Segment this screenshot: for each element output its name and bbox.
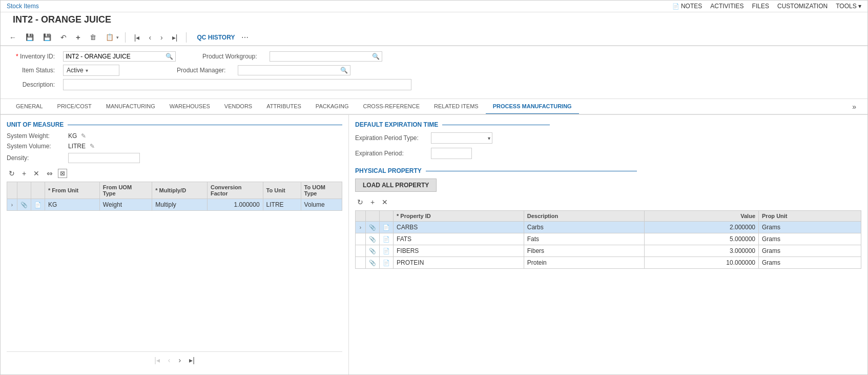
prop-expand-cell[interactable]: [356, 233, 366, 245]
tab-more-icon[interactable]: »: [849, 101, 859, 113]
property-table-row[interactable]: 📎 📄 FIBERS Fibers 3.000000 Grams: [356, 245, 861, 257]
description-input[interactable]: ORANGE JUICE: [63, 79, 411, 90]
inventory-id-search-btn[interactable]: 🔍: [163, 52, 175, 61]
tab-price-cost[interactable]: PRICE/COST: [50, 99, 99, 115]
product-workgroup-search-btn[interactable]: 🔍: [370, 52, 382, 61]
tab-cross-reference[interactable]: CROSS-REFERENCE: [356, 99, 427, 115]
prop-col-expand: [356, 211, 366, 222]
to-uom-type-cell: Volume: [301, 199, 342, 211]
prop-refresh-btn[interactable]: ↻: [355, 197, 365, 207]
item-status-dropdown[interactable]: Active ▾: [63, 65, 119, 76]
copy-split-button[interactable]: 📋 ▾: [103, 32, 119, 43]
qc-history-label[interactable]: QC HISTORY: [197, 34, 235, 41]
prop-expand-cell[interactable]: ›: [356, 222, 366, 233]
save-small-button[interactable]: 💾: [23, 32, 36, 43]
property-table-row[interactable]: › 📎 📄 CARBS Carbs 2.000000 Grams: [356, 222, 861, 233]
breadcrumb[interactable]: Stock Items: [7, 3, 39, 10]
last-button[interactable]: ▸|: [170, 32, 180, 43]
system-weight-value: KG: [68, 132, 77, 140]
expand-icon: ›: [11, 202, 13, 208]
uom-delete-btn[interactable]: ✕: [31, 168, 42, 179]
prop-value-cell: 10.000000: [644, 257, 758, 269]
exp-period-input[interactable]: 0: [431, 148, 472, 159]
product-workgroup-field[interactable]: 🔍: [270, 51, 382, 62]
uom-last-btn[interactable]: ▸|: [187, 355, 197, 365]
undo-button[interactable]: ↶: [58, 32, 69, 43]
inventory-id-field[interactable]: 🔍: [63, 51, 176, 62]
prop-col-attach: [366, 211, 380, 222]
next-button[interactable]: ›: [158, 32, 166, 43]
prop-desc-cell: Carbs: [524, 222, 644, 233]
property-table-row[interactable]: 📎 📄 FATS Fats 5.000000 Grams: [356, 233, 861, 245]
system-volume-edit-icon[interactable]: ✎: [90, 143, 95, 150]
prop-col-prop-unit[interactable]: Prop Unit: [759, 211, 861, 222]
prop-expand-cell[interactable]: [356, 245, 366, 257]
uom-refresh-btn[interactable]: ↻: [7, 168, 17, 179]
product-manager-field[interactable]: 🔍: [238, 65, 350, 75]
prop-col-property-id[interactable]: * Property ID: [394, 211, 524, 222]
prop-delete-btn[interactable]: ✕: [380, 197, 390, 207]
expand-cell[interactable]: ›: [7, 199, 17, 211]
prop-col-value[interactable]: Value: [644, 211, 758, 222]
notes-nav[interactable]: 📄 NOTES: [672, 3, 702, 10]
tab-general[interactable]: GENERAL: [9, 99, 50, 115]
from-unit-cell: KG: [45, 199, 100, 211]
copy-button[interactable]: 📋: [103, 32, 116, 43]
uom-add-btn[interactable]: +: [20, 168, 28, 179]
prop-expand-cell[interactable]: [356, 257, 366, 269]
first-button[interactable]: |◂: [132, 32, 142, 43]
files-nav[interactable]: FILES: [752, 3, 769, 10]
copy-arrow: ▾: [116, 35, 119, 40]
exp-period-type-select-wrap[interactable]: [431, 132, 492, 144]
product-manager-input[interactable]: [238, 66, 338, 75]
tab-warehouses[interactable]: WAREHOUSES: [162, 99, 217, 115]
col-conversion-factor[interactable]: ConversionFactor: [207, 182, 263, 199]
col-from-uom-type[interactable]: From UOMType: [99, 182, 152, 199]
inventory-id-input[interactable]: [64, 52, 163, 61]
uom-fit-btn[interactable]: ⇔: [45, 168, 55, 179]
add-button[interactable]: +: [73, 31, 83, 43]
save-button[interactable]: 💾: [40, 32, 54, 43]
prop-attach-cell: 📎: [366, 257, 380, 269]
tab-vendors[interactable]: VENDORS: [217, 99, 259, 115]
tabs-bar: GENERAL PRICE/COST MANUFACTURING WAREHOU…: [1, 99, 867, 115]
back-button[interactable]: ←: [7, 32, 19, 43]
toolbar-divider-2: [186, 32, 187, 43]
col-from-unit[interactable]: * From Unit: [45, 182, 100, 199]
col-to-uom-type[interactable]: To UOMType: [301, 182, 342, 199]
uom-export-btn[interactable]: ⊠: [58, 169, 67, 178]
tab-process-manufacturing[interactable]: PROCESS MANUFACTURING: [486, 99, 579, 115]
notes-icon: 📄: [672, 3, 679, 9]
product-manager-search-btn[interactable]: 🔍: [338, 66, 350, 75]
uom-prev-btn[interactable]: ‹: [166, 355, 173, 365]
delete-button[interactable]: 🗑: [87, 32, 99, 43]
density-label: Density:: [7, 154, 68, 162]
uom-next-btn[interactable]: ›: [177, 355, 183, 365]
prev-button[interactable]: ‹: [146, 32, 154, 43]
tab-manufacturing[interactable]: MANUFACTURING: [99, 99, 162, 115]
exp-period-label: Expiration Period:: [355, 150, 427, 157]
prop-doc-cell: 📄: [380, 245, 394, 257]
col-to-unit[interactable]: To Unit: [263, 182, 301, 199]
system-weight-edit-icon[interactable]: ✎: [81, 132, 86, 140]
prop-add-btn[interactable]: +: [368, 197, 377, 207]
customization-nav[interactable]: CUSTOMIZATION: [777, 3, 828, 10]
exp-period-type-select[interactable]: [431, 132, 492, 144]
tab-attributes[interactable]: ATTRIBUTES: [259, 99, 308, 115]
activities-nav[interactable]: ACTIVITIES: [710, 3, 743, 10]
product-workgroup-input[interactable]: [270, 52, 370, 61]
prop-col-description[interactable]: Description: [524, 211, 644, 222]
tab-packaging[interactable]: PACKAGING: [308, 99, 356, 115]
product-workgroup-label: Product Workgroup:: [202, 53, 257, 60]
uom-first-btn[interactable]: |◂: [152, 355, 162, 365]
tools-nav[interactable]: TOOLS ▾: [836, 3, 861, 10]
table-row[interactable]: › 📎 📄 KG Weight Multiply 1.000000 LITRE …: [7, 199, 342, 211]
col-multiply-d[interactable]: * Multiply/D: [152, 182, 208, 199]
property-table-row[interactable]: 📎 📄 PROTEIN Protein 10.000000 Grams: [356, 257, 861, 269]
prop-value-cell: 2.000000: [644, 222, 758, 233]
density-input[interactable]: 1.000000000: [68, 153, 140, 163]
more-button[interactable]: ⋯: [239, 32, 251, 43]
load-all-property-btn[interactable]: LOAD ALL PROPERTY: [355, 179, 437, 192]
tab-related-items[interactable]: RELATED ITEMS: [427, 99, 486, 115]
prop-unit-cell: Grams: [759, 233, 861, 245]
